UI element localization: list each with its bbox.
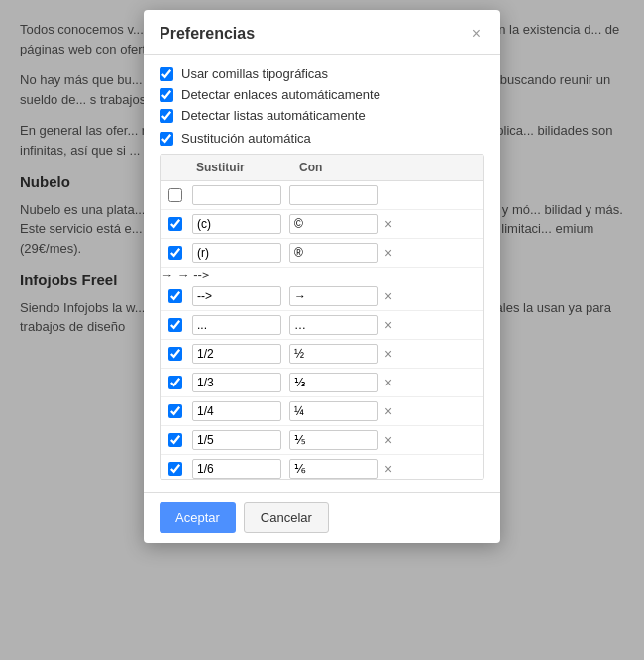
table-rows: × × → → (161, 181, 483, 479)
row-check-c (168, 217, 192, 231)
row-from-third (192, 373, 281, 392)
checkbox-detect-links-label[interactable]: Detectar enlaces automáticamente (181, 87, 380, 102)
row-from-r (192, 243, 281, 263)
subst-checkbox-r[interactable] (168, 246, 182, 260)
dialog-title: Preferencias (160, 25, 255, 43)
checkbox-detect-lists[interactable] (160, 109, 173, 123)
row-to-third (289, 373, 378, 392)
subst-to-input-empty[interactable] (289, 185, 378, 205)
dialog-header: Preferencias × (144, 10, 500, 55)
preferences-dialog: Preferencias × Usar comillas tipográfica… (144, 10, 500, 543)
row-to-empty (289, 185, 378, 205)
table-row: × (161, 426, 483, 455)
checkbox-detect-links[interactable] (160, 88, 173, 102)
dialog-footer: Aceptar Cancelar (144, 492, 500, 543)
subst-from-input-r[interactable] (192, 243, 281, 263)
row-to-r (289, 243, 378, 263)
subst-from-input-sixth[interactable] (192, 459, 281, 479)
modal-overlay: Preferencias × Usar comillas tipográfica… (0, 0, 644, 660)
subst-to-input-arrow[interactable] (289, 286, 378, 306)
row-to-half (289, 344, 378, 364)
subst-to-input-fifth[interactable] (289, 430, 378, 450)
checkbox-typographic-quotes-label[interactable]: Usar comillas tipográficas (181, 66, 328, 81)
subst-from-input-fifth[interactable] (192, 430, 281, 450)
header-from: Sustituir (192, 161, 291, 174)
delete-button-half[interactable]: × (384, 346, 392, 362)
checkbox-detect-lists-label[interactable]: Detectar listas automáticamente (181, 108, 366, 123)
subst-to-input-c[interactable] (289, 214, 378, 234)
checkbox-typographic-quotes[interactable] (160, 67, 173, 81)
subst-from-input-half[interactable] (192, 344, 281, 364)
subst-checkbox-half[interactable] (168, 347, 182, 361)
subst-to-input-half[interactable] (289, 344, 378, 364)
table-row: × (161, 239, 483, 268)
row-from-arrow (192, 286, 281, 306)
table-row: × (161, 455, 483, 479)
header-del (390, 161, 410, 174)
checkbox-auto-substitution[interactable] (160, 132, 173, 146)
header-to: Con (291, 161, 390, 174)
table-row: × (161, 340, 483, 369)
table-row: × (161, 282, 483, 311)
row-check-half (168, 347, 192, 361)
subst-checkbox-sixth[interactable] (168, 462, 182, 476)
subst-to-input-third[interactable] (289, 373, 378, 392)
row-from-quarter (192, 401, 281, 421)
close-button[interactable]: × (468, 24, 484, 44)
checkbox-row-auto-subst: Sustitución automática (160, 131, 484, 146)
subst-from-input-quarter[interactable] (192, 401, 281, 421)
row-to-ellipsis (289, 315, 378, 335)
subst-from-input-ellipsis[interactable] (192, 315, 281, 335)
delete-button-arrow[interactable]: × (384, 288, 392, 304)
checkbox-row-1: Usar comillas tipográficas (160, 66, 484, 81)
table-row: × (161, 210, 483, 239)
row-check-arrow (168, 289, 192, 303)
row-to-quarter (289, 401, 378, 421)
subst-checkbox-empty[interactable] (168, 188, 182, 202)
delete-button-third[interactable]: × (384, 375, 392, 390)
subst-checkbox-quarter[interactable] (168, 404, 182, 418)
table-row (161, 181, 483, 210)
cancel-button[interactable]: Cancelar (244, 502, 329, 533)
subst-checkbox-ellipsis[interactable] (168, 318, 182, 332)
row-check-r (168, 246, 192, 260)
row-to-fifth (289, 430, 378, 450)
row-from-ellipsis (192, 315, 281, 335)
subst-from-input-empty[interactable] (192, 185, 281, 205)
row-from-half (192, 344, 281, 364)
row-from-fifth (192, 430, 281, 450)
delete-button-quarter[interactable]: × (384, 403, 392, 419)
substitution-table: Sustituir Con (160, 154, 484, 480)
subst-checkbox-fifth[interactable] (168, 433, 182, 447)
delete-button-fifth[interactable]: × (384, 432, 392, 448)
subst-to-input-r[interactable] (289, 243, 378, 263)
checkbox-row-2: Detectar enlaces automáticamente (160, 87, 484, 102)
subst-checkbox-arrow[interactable] (168, 289, 182, 303)
subst-checkbox-third[interactable] (168, 376, 182, 389)
table-row: × (161, 397, 483, 426)
delete-button-r[interactable]: × (384, 245, 392, 261)
checkbox-row-3: Detectar listas automáticamente (160, 108, 484, 123)
delete-button-ellipsis[interactable]: × (384, 317, 392, 333)
subst-from-input-arrow[interactable] (192, 286, 281, 306)
row-from-empty (192, 185, 281, 205)
dialog-body: Usar comillas tipográficas Detectar enla… (144, 55, 500, 492)
row-check-fifth (168, 433, 192, 447)
row-to-sixth (289, 459, 378, 479)
subst-to-input-sixth[interactable] (289, 459, 378, 479)
delete-button-c[interactable]: × (384, 216, 392, 232)
accept-button[interactable]: Aceptar (160, 502, 236, 533)
row-check-quarter (168, 404, 192, 418)
subst-from-input-c[interactable] (192, 214, 281, 234)
row-to-c (289, 214, 378, 234)
subst-to-input-quarter[interactable] (289, 401, 378, 421)
delete-button-sixth[interactable]: × (384, 461, 392, 477)
row-check-ellipsis (168, 318, 192, 332)
table-row: × (161, 369, 483, 397)
subst-to-input-ellipsis[interactable] (289, 315, 378, 335)
row-check-empty (168, 188, 192, 202)
subst-from-input-third[interactable] (192, 373, 281, 392)
row-from-sixth (192, 459, 281, 479)
subst-checkbox-c[interactable] (168, 217, 182, 231)
checkbox-auto-substitution-label[interactable]: Sustitución automática (181, 131, 311, 146)
